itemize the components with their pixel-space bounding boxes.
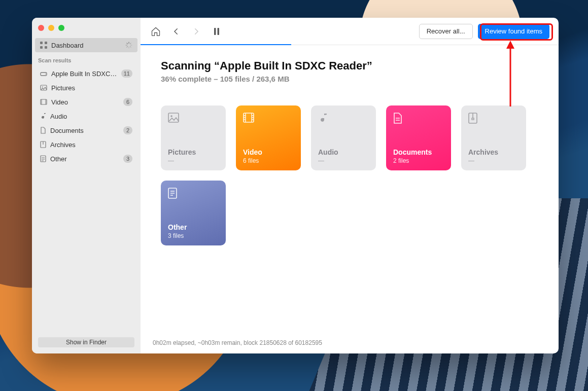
card-other[interactable]: Other3 files — [161, 181, 226, 245]
card-count: 6 files — [243, 157, 294, 164]
card-count: 2 files — [393, 157, 444, 164]
svg-line-10 — [127, 46, 128, 47]
sidebar-item-label: Documents — [50, 127, 84, 134]
sidebar-item-dashboard[interactable]: Dashboard — [35, 38, 137, 52]
card-documents[interactable]: Documents2 files — [386, 105, 451, 170]
main-panel: Recover all... Review found items Scanni… — [141, 18, 559, 353]
video-icon — [243, 113, 254, 124]
sidebar-item-label: Pictures — [51, 84, 75, 92]
window-traffic-lights — [32, 18, 141, 38]
minimize-window-button[interactable] — [48, 25, 54, 31]
sidebar: Dashboard Scan results Apple Built In SD… — [32, 18, 141, 353]
button-label: Review found items — [485, 27, 542, 35]
audio-icon — [40, 113, 46, 120]
sidebar-item-label: Other — [50, 155, 67, 163]
svg-rect-25 — [472, 118, 474, 120]
other-icon — [40, 155, 46, 162]
button-label: Show in Finder — [66, 339, 107, 346]
close-window-button[interactable] — [38, 25, 44, 31]
card-archives[interactable]: Archives— — [461, 105, 526, 170]
card-title: Other — [168, 223, 219, 231]
svg-point-13 — [45, 74, 46, 75]
svg-line-11 — [130, 43, 131, 44]
svg-point-22 — [170, 115, 172, 117]
card-count: 3 files — [168, 232, 219, 239]
sidebar-item-documents[interactable]: Documents 2 — [35, 123, 137, 137]
card-title: Archives — [468, 148, 519, 156]
review-found-items-button[interactable]: Review found items — [478, 24, 549, 39]
sidebar-item-video[interactable]: Video 6 — [35, 95, 137, 109]
category-cards: Pictures— Video6 files Audio— Documents2… — [161, 105, 538, 245]
sidebar-item-label: Dashboard — [51, 42, 84, 49]
count-badge: 11 — [121, 69, 132, 78]
svg-line-6 — [127, 43, 128, 44]
video-icon — [40, 99, 47, 105]
count-badge: 6 — [123, 98, 132, 106]
forward-button[interactable] — [190, 25, 202, 38]
sidebar-item-label: Apple Built In SDXC… — [51, 70, 117, 78]
svg-rect-20 — [218, 28, 220, 35]
back-button[interactable] — [170, 25, 182, 38]
page-title: Scanning “Apple Built In SDXC Reader” — [161, 59, 538, 73]
archives-icon — [468, 113, 479, 124]
card-pictures[interactable]: Pictures— — [161, 105, 226, 170]
svg-rect-3 — [45, 46, 47, 49]
card-title: Pictures — [168, 148, 219, 156]
sidebar-item-label: Audio — [50, 113, 67, 120]
content-area: Scanning “Apple Built In SDXC Reader” 36… — [141, 45, 559, 332]
card-audio[interactable]: Audio— — [311, 105, 376, 170]
grid-icon — [40, 42, 47, 49]
sidebar-item-label: Video — [51, 98, 68, 106]
scan-progress-bar — [141, 44, 291, 45]
card-video[interactable]: Video6 files — [236, 105, 301, 170]
svg-rect-19 — [214, 28, 216, 35]
pictures-icon — [40, 85, 47, 91]
svg-point-15 — [42, 87, 43, 88]
card-count: — — [168, 157, 219, 164]
card-title: Video — [243, 148, 294, 156]
show-in-finder-button[interactable]: Show in Finder — [38, 337, 134, 347]
svg-rect-1 — [45, 42, 47, 44]
card-count: — — [318, 157, 369, 164]
audio-icon — [318, 113, 329, 124]
status-text: 0h02m elapsed, ~0h03m remain, block 2185… — [141, 332, 559, 353]
pause-button[interactable] — [211, 25, 223, 38]
svg-rect-21 — [168, 113, 179, 122]
documents-icon — [393, 113, 404, 124]
zoom-window-button[interactable] — [58, 25, 64, 31]
count-badge: 3 — [123, 155, 132, 163]
svg-line-7 — [130, 46, 131, 47]
button-label: Recover all... — [427, 27, 465, 35]
sidebar-item-pictures[interactable]: Pictures — [35, 81, 137, 95]
recover-all-button[interactable]: Recover all... — [419, 24, 473, 39]
toolbar: Recover all... Review found items — [141, 18, 559, 45]
spinner-icon — [125, 42, 132, 49]
svg-rect-2 — [40, 46, 43, 49]
card-count: — — [468, 157, 519, 164]
card-title: Documents — [393, 148, 444, 156]
sidebar-item-archives[interactable]: Archives — [35, 137, 137, 152]
archives-icon — [40, 141, 46, 148]
app-window: Dashboard Scan results Apple Built In SD… — [32, 18, 559, 353]
sidebar-heading-scan-results: Scan results — [32, 52, 141, 66]
sidebar-item-other[interactable]: Other 3 — [35, 152, 137, 166]
sidebar-item-label: Archives — [50, 141, 76, 149]
svg-rect-0 — [40, 42, 43, 44]
home-button[interactable] — [150, 25, 162, 38]
documents-icon — [40, 127, 46, 134]
pictures-icon — [168, 113, 179, 124]
sidebar-item-device[interactable]: Apple Built In SDXC… 11 — [35, 66, 137, 81]
sidebar-item-audio[interactable]: Audio — [35, 109, 137, 123]
drive-icon — [40, 70, 47, 77]
count-badge: 2 — [123, 126, 132, 134]
scan-subtitle: 36% complete – 105 files / 263,6 MB — [161, 75, 538, 83]
other-icon — [168, 188, 179, 199]
card-title: Audio — [318, 148, 369, 156]
